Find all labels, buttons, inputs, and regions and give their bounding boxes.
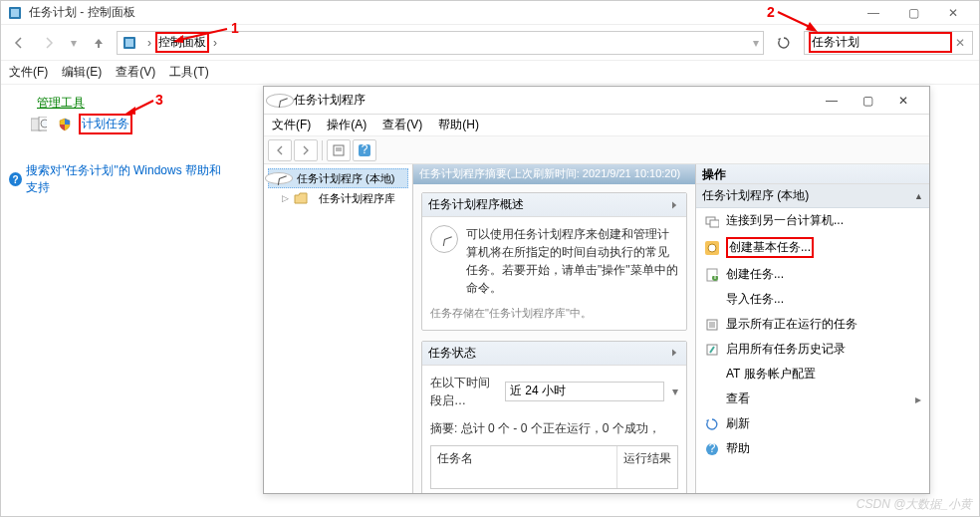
svg-text:?: ? — [709, 442, 716, 455]
status-title: 任务状态 — [428, 345, 476, 362]
import-icon — [704, 292, 720, 308]
maximize-button[interactable]: ▢ — [850, 89, 885, 113]
create-icon: + — [704, 267, 720, 283]
view-icon — [704, 391, 720, 407]
task-table: 任务名 运行结果 — [430, 445, 678, 489]
svg-text:+: + — [711, 269, 718, 282]
separator-icon: › — [147, 36, 151, 50]
ts-body: 任务计划程序 (本地) ▷ 任务计划程序库 任务计划程序摘要(上次刷新时间: 2… — [264, 164, 929, 493]
properties-button[interactable] — [327, 139, 351, 161]
dropdown-icon[interactable]: ▾ — [753, 36, 759, 50]
col-name[interactable]: 任务名 — [431, 446, 617, 488]
clear-icon[interactable]: ✕ — [952, 36, 968, 50]
history-icon — [704, 342, 720, 358]
menu-view[interactable]: 查看(V) — [116, 64, 155, 81]
help-icon: ? — [9, 172, 22, 186]
up-button[interactable] — [87, 31, 111, 55]
svg-rect-1 — [11, 9, 19, 17]
actions-header: 操作 — [696, 164, 929, 184]
overview-title-bar[interactable]: 任务计划程序概述 ▲ — [422, 193, 686, 217]
action-item-label: 导入任务... — [726, 291, 784, 308]
overview-group: 任务计划程序概述 ▲ 可以使用任务计划程序来创建和管理计算机将在所指定的时间自动… — [421, 192, 687, 331]
menu-help[interactable]: 帮助(H) — [438, 117, 479, 133]
status-body: 在以下时间段启… ▾ 摘要: 总计 0 个 - 0 个正在运行，0 个成功， 任… — [422, 366, 686, 494]
action-item[interactable]: +创建任务... — [696, 262, 929, 287]
action-item[interactable]: ?帮助 — [696, 436, 929, 461]
connect-icon — [704, 213, 720, 229]
forward-button[interactable] — [294, 139, 318, 161]
arrow-icon — [171, 26, 229, 44]
back-button[interactable] — [268, 139, 292, 161]
menu-edit[interactable]: 编辑(E) — [62, 64, 102, 81]
svg-point-6 — [41, 120, 47, 128]
help-link[interactable]: ? 搜索对"任务计划"的 Windows 帮助和支持 — [9, 162, 232, 196]
action-item[interactable]: 刷新 — [696, 411, 929, 436]
menu-view[interactable]: 查看(V) — [382, 117, 422, 133]
maximize-button[interactable]: ▢ — [893, 1, 933, 25]
svg-rect-3 — [125, 39, 133, 47]
minimize-button[interactable]: — — [854, 1, 893, 25]
task-scheduler-window: 任务计划程序 — ▢ ✕ 文件(F) 操作(A) 查看(V) 帮助(H) ? 任… — [263, 86, 930, 494]
running-icon — [704, 317, 720, 333]
menu-file[interactable]: 文件(F) — [272, 117, 311, 133]
expand-icon[interactable]: ▷ — [282, 193, 289, 203]
toolbar: ? — [264, 136, 929, 164]
action-item[interactable]: 显示所有正在运行的任务 — [696, 312, 929, 337]
close-button[interactable]: ✕ — [933, 1, 973, 25]
action-item-label: 显示所有正在运行的任务 — [726, 316, 858, 333]
action-item-label: 刷新 — [726, 415, 750, 432]
clock-icon — [271, 170, 287, 186]
action-item[interactable]: 启用所有任务历史记录 — [696, 337, 929, 362]
back-button[interactable] — [7, 31, 31, 55]
search-input[interactable]: 任务计划 — [809, 32, 952, 53]
titlebar[interactable]: 任务计划 - 控制面板 — ▢ ✕ — [1, 1, 979, 25]
tree-item-library[interactable]: ▷ 任务计划程序库 — [282, 190, 408, 206]
menu-action[interactable]: 操作(A) — [327, 117, 367, 133]
annotation-number: 2 — [767, 4, 775, 20]
clock-icon — [272, 93, 288, 109]
forward-button[interactable] — [37, 31, 61, 55]
overview-body: 可以使用任务计划程序来创建和管理计算机将在所指定的时间自动执行的常见任务。若要开… — [422, 217, 686, 305]
menu-tools[interactable]: 工具(T) — [169, 64, 208, 81]
range-select[interactable] — [505, 382, 664, 401]
create-basic-icon — [704, 240, 720, 256]
collapse-icon[interactable]: ▲ — [670, 199, 678, 211]
collapse-icon[interactable]: ▲ — [670, 347, 678, 359]
action-item-label: 创建基本任务... — [726, 237, 814, 258]
actions-subheader[interactable]: 任务计划程序 (本地) ▲ — [696, 184, 929, 208]
action-item-label: 查看 — [726, 390, 750, 407]
dropdown-icon[interactable]: ▾ — [672, 383, 678, 400]
col-result[interactable]: 运行结果 — [617, 446, 677, 488]
chevron-right-icon: ▸ — [915, 392, 921, 406]
admin-tools-link[interactable]: 管理工具 — [37, 95, 85, 112]
close-button[interactable]: ✕ — [885, 89, 921, 113]
clock-icon — [430, 225, 458, 253]
menu-file[interactable]: 文件(F) — [9, 64, 48, 81]
help-button[interactable]: ? — [353, 139, 376, 161]
summary-header: 任务计划程序摘要(上次刷新时间: 2021/9/21 10:10:20) — [413, 164, 695, 184]
tree-root[interactable]: 任务计划程序 (本地) — [268, 168, 408, 188]
action-item-label: 帮助 — [726, 440, 750, 457]
status-title-bar[interactable]: 任务状态 ▲ — [422, 342, 686, 366]
recent-button[interactable]: ▾ — [67, 31, 81, 55]
svg-line-8 — [778, 12, 812, 28]
svg-text:?: ? — [362, 144, 368, 156]
collapse-icon[interactable]: ▲ — [914, 191, 923, 201]
shield-icon — [57, 117, 73, 132]
window-title: 任务计划程序 — [294, 92, 366, 109]
actions-pane: 操作 任务计划程序 (本地) ▲ 连接到另一台计算机...创建基本任务...+创… — [696, 164, 929, 493]
window-title: 任务计划 - 控制面板 — [29, 4, 135, 21]
minimize-button[interactable]: — — [814, 89, 850, 113]
scheduled-tasks-link[interactable]: 计划任务 — [79, 114, 132, 134]
action-item[interactable]: 创建基本任务... — [696, 233, 929, 262]
action-item[interactable]: 导入任务... — [696, 287, 929, 312]
search-box[interactable]: 任务计划 ✕ — [804, 31, 973, 55]
titlebar[interactable]: 任务计划程序 — ▢ ✕ — [264, 87, 929, 115]
refresh-button[interactable] — [770, 31, 798, 55]
menubar: 文件(F) 操作(A) 查看(V) 帮助(H) — [264, 115, 929, 136]
status-group: 任务状态 ▲ 在以下时间段启… ▾ 摘要: 总计 0 个 - 0 个正在运行，0… — [421, 341, 687, 494]
action-item[interactable]: 查看▸ — [696, 387, 929, 411]
action-item[interactable]: AT 服务帐户配置 — [696, 362, 929, 387]
action-item[interactable]: 连接到另一台计算机... — [696, 208, 929, 233]
at-icon — [704, 367, 720, 383]
